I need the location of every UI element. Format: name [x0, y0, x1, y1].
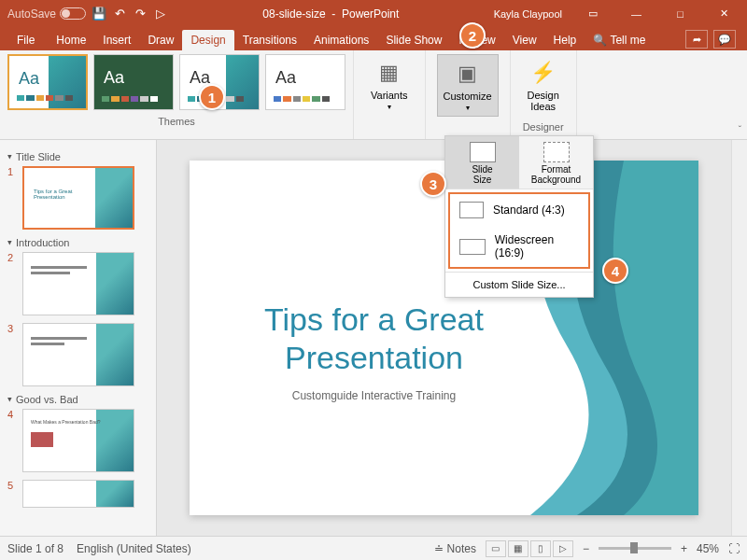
- slide-subtitle-text[interactable]: Customguide Interactive Training: [190, 389, 558, 402]
- slide-size-icon: [470, 142, 496, 162]
- callout-3: 3: [420, 171, 446, 197]
- reading-view-icon[interactable]: ▯: [530, 540, 551, 557]
- tab-view[interactable]: View: [504, 30, 545, 50]
- vertical-scrollbar[interactable]: [731, 140, 747, 536]
- slide-thumb-5[interactable]: [22, 480, 134, 508]
- callout-4: 4: [602, 258, 628, 284]
- collapse-ribbon-icon[interactable]: ˇ: [739, 125, 741, 135]
- customize-dropdown: Slide Size Format Background Standard (4…: [444, 135, 594, 298]
- tab-draw[interactable]: Draw: [139, 30, 182, 50]
- tab-help[interactable]: Help: [545, 30, 585, 50]
- tab-home[interactable]: Home: [48, 30, 94, 50]
- customize-button[interactable]: ▣Customize▾: [437, 54, 499, 117]
- slide-thumb-3[interactable]: [22, 323, 134, 386]
- share-button[interactable]: ➦: [685, 30, 708, 49]
- tab-slideshow[interactable]: Slide Show: [377, 30, 450, 50]
- tab-file[interactable]: File: [4, 30, 48, 50]
- option-standard-label: Standard (4:3): [493, 203, 565, 217]
- ribbon-display-icon[interactable]: ▭: [571, 0, 613, 27]
- thumb-number: 3: [7, 323, 17, 334]
- undo-icon[interactable]: ↶: [112, 7, 127, 21]
- slide-size-label: Slide Size: [472, 164, 492, 185]
- slide-title-text[interactable]: Tips for a Great Presentation: [190, 301, 558, 377]
- ribbon-tabs: File Home Insert Draw Design Transitions…: [0, 27, 747, 50]
- workspace: Title Slide 1Tips for a GreatPresentatio…: [0, 140, 747, 536]
- quick-access-toolbar: AutoSave 💾 ↶ ↷ ▷: [2, 7, 168, 21]
- window-title: 08-slide-size - PowerPoint: [168, 7, 494, 21]
- designer-group: ⚡Design Ideas Designer: [511, 50, 577, 139]
- callout-2: 2: [459, 22, 486, 49]
- design-ideas-label: Design Ideas: [528, 90, 559, 112]
- zoom-out-button[interactable]: −: [583, 542, 589, 555]
- customize-icon: ▣: [453, 59, 483, 89]
- thumb-number: 5: [7, 480, 17, 491]
- normal-view-icon[interactable]: ▭: [486, 540, 506, 557]
- option-widescreen-169[interactable]: Widescreen (16:9): [450, 226, 588, 267]
- ratio-43-icon: [459, 202, 484, 218]
- save-icon[interactable]: 💾: [92, 7, 106, 21]
- slide-thumb-4[interactable]: What Makes a Presentation Bad?: [22, 409, 134, 472]
- close-button[interactable]: ✕: [703, 0, 745, 27]
- section-header[interactable]: Title Slide: [7, 151, 148, 162]
- section-header[interactable]: Introduction: [7, 237, 148, 248]
- theme-thumb[interactable]: Aa: [93, 54, 174, 110]
- user-name[interactable]: Kayla Claypool: [494, 8, 570, 20]
- ribbon-design: Aa Aa Aa Aa Themes ▦Variants▾ ▣Customize…: [0, 50, 747, 140]
- format-background-button[interactable]: Format Background: [519, 136, 593, 189]
- designer-group-label: Designer: [523, 121, 564, 133]
- slide-size-options: Standard (4:3) Widescreen (16:9): [448, 192, 590, 269]
- slide-thumb-1[interactable]: Tips for a GreatPresentation: [22, 166, 134, 230]
- slide-size-button[interactable]: Slide Size: [445, 136, 519, 189]
- theme-thumb-current[interactable]: Aa: [7, 54, 88, 110]
- zoom-in-button[interactable]: +: [681, 542, 687, 555]
- autosave-toggle[interactable]: AutoSave: [7, 7, 86, 21]
- design-ideas-icon: ⚡: [529, 58, 558, 88]
- language-status[interactable]: English (United States): [77, 542, 191, 555]
- format-bg-icon: [543, 142, 570, 162]
- design-ideas-button[interactable]: ⚡Design Ideas: [522, 54, 565, 116]
- tab-design[interactable]: Design: [182, 30, 233, 50]
- variants-icon: ▦: [374, 58, 404, 88]
- thumb-number: 1: [7, 166, 17, 177]
- tab-animations[interactable]: Animations: [305, 30, 377, 50]
- minimize-button[interactable]: —: [615, 0, 657, 27]
- toggle-switch-icon[interactable]: [60, 7, 86, 20]
- customize-group: ▣Customize▾: [426, 50, 511, 139]
- option-standard-43[interactable]: Standard (4:3): [450, 194, 588, 226]
- zoom-level[interactable]: 45%: [697, 542, 719, 555]
- thumb-number: 2: [7, 252, 17, 263]
- titlebar: AutoSave 💾 ↶ ↷ ▷ 08-slide-size - PowerPo…: [0, 0, 747, 27]
- slide-counter[interactable]: Slide 1 of 8: [7, 542, 63, 555]
- format-bg-label: Format Background: [531, 164, 581, 185]
- variants-label: Variants: [371, 90, 408, 101]
- autosave-label: AutoSave: [7, 7, 56, 21]
- tab-transitions[interactable]: Transitions: [234, 30, 305, 50]
- statusbar: Slide 1 of 8 English (United States) ≐ N…: [0, 536, 747, 560]
- themes-group: Aa Aa Aa Aa Themes: [0, 50, 354, 139]
- customize-label: Customize: [444, 91, 492, 102]
- section-header[interactable]: Good vs. Bad: [7, 394, 148, 405]
- redo-icon[interactable]: ↷: [133, 7, 148, 21]
- callout-1: 1: [199, 84, 225, 110]
- custom-slide-size-option[interactable]: Custom Slide Size...: [445, 272, 593, 297]
- fit-to-window-icon[interactable]: ⛶: [728, 542, 740, 555]
- zoom-slider[interactable]: [599, 547, 671, 550]
- variants-button[interactable]: ▦Variants▾: [365, 54, 414, 115]
- option-widescreen-label: Widescreen (16:9): [495, 233, 579, 259]
- comments-button[interactable]: 💬: [713, 30, 736, 49]
- theme-thumb[interactable]: Aa: [265, 54, 345, 110]
- sorter-view-icon[interactable]: ▦: [508, 540, 529, 557]
- variants-group: ▦Variants▾: [354, 50, 426, 139]
- thumb-number: 4: [7, 409, 17, 420]
- ratio-169-icon: [459, 239, 486, 255]
- start-slideshow-icon[interactable]: ▷: [153, 7, 168, 21]
- notes-button[interactable]: ≐ Notes: [434, 542, 476, 555]
- slide-thumbnails-pane[interactable]: Title Slide 1Tips for a GreatPresentatio…: [0, 140, 157, 536]
- slide-thumb-2[interactable]: [22, 252, 134, 315]
- tell-me-search[interactable]: 🔍 Tell me: [585, 30, 654, 50]
- tab-insert[interactable]: Insert: [94, 30, 139, 50]
- maximize-button[interactable]: □: [659, 0, 701, 27]
- slideshow-view-icon[interactable]: ▷: [553, 540, 573, 557]
- themes-group-label: Themes: [7, 116, 345, 127]
